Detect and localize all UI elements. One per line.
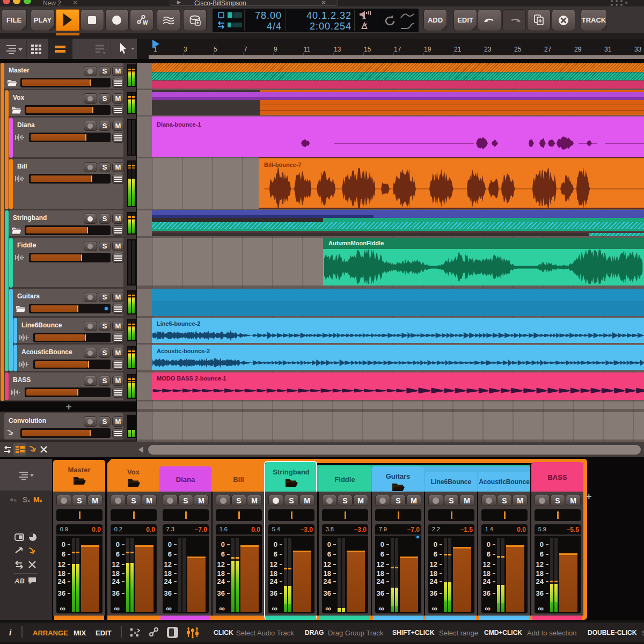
svg-text:W: W — [143, 20, 148, 26]
svg-text:AB: AB — [14, 577, 25, 585]
